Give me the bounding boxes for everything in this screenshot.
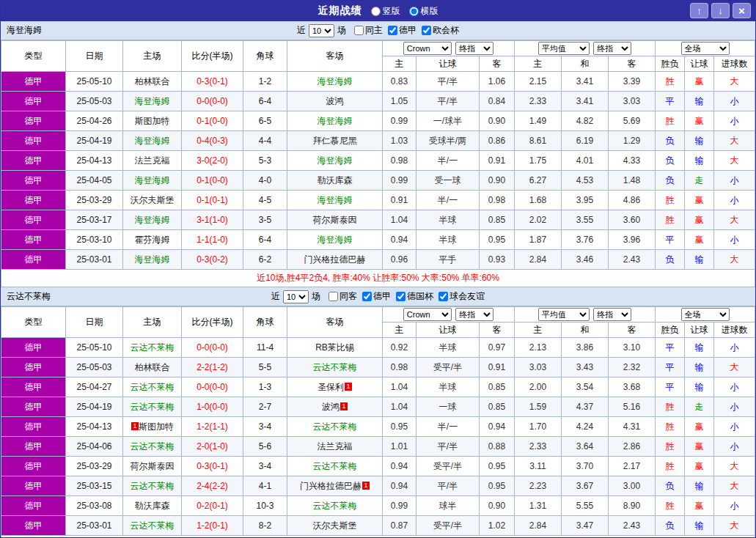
team-name-link[interactable]: 圣保利 — [318, 382, 344, 392]
checkbox-input[interactable] — [362, 292, 372, 301]
away-team-cell[interactable]: 法兰克福 — [287, 437, 383, 457]
team-name-link[interactable]: 斯图加特 — [139, 421, 174, 432]
away-team-cell[interactable]: 拜仁慕尼黑 — [287, 131, 383, 151]
euro-average-select[interactable]: 平均值 — [538, 308, 590, 321]
team-name-link[interactable]: 法兰克福 — [135, 155, 170, 166]
team-name-link[interactable]: 海登海姆 — [135, 254, 170, 265]
filter-checkbox-球会友谊[interactable]: 球会友谊 — [438, 290, 485, 303]
away-team-cell[interactable]: 门兴格拉德巴赫 — [287, 250, 383, 270]
away-team-cell[interactable]: 波鸿1 — [287, 397, 383, 417]
team-name-link[interactable]: 云达不莱梅 — [313, 421, 357, 432]
score-cell[interactable]: 2-2(1-2) — [182, 358, 243, 377]
layout-option-horizontal[interactable]: 横版 — [409, 5, 438, 18]
home-team-cell[interactable]: 云达不莱梅 — [123, 338, 182, 358]
away-team-cell[interactable]: 海登海姆 — [287, 111, 383, 131]
team-name-link[interactable]: 海登海姆 — [318, 155, 353, 166]
team-name-link[interactable]: 沃尔夫斯堡 — [313, 520, 357, 531]
move-down-button[interactable]: ↓ — [711, 3, 730, 18]
score-cell[interactable]: 0-0(0-0) — [182, 338, 243, 358]
home-team-cell[interactable]: 荷尔斯泰因 — [123, 457, 182, 476]
score-cell[interactable]: 3-1(1-0) — [182, 210, 243, 230]
home-team-cell[interactable]: 法兰克福 — [123, 151, 182, 171]
team-name-link[interactable]: 海登海姆 — [135, 175, 170, 185]
away-team-cell[interactable]: 云达不莱梅 — [287, 496, 383, 516]
layout-option-vertical[interactable]: 竖版 — [371, 5, 400, 18]
team-name-link[interactable]: 法兰克福 — [318, 441, 353, 452]
home-team-cell[interactable]: 柏林联合 — [123, 358, 182, 377]
team-name-link[interactable]: 云达不莱梅 — [313, 501, 357, 511]
away-team-cell[interactable]: 云达不莱梅 — [287, 457, 383, 476]
asian-odds-time-select[interactable]: 终指 — [455, 42, 493, 55]
score-cell[interactable]: 0-3(0-2) — [182, 250, 243, 270]
filter-checkbox-德甲[interactable]: 德甲 — [362, 290, 391, 303]
score-cell[interactable]: 1-2(0-1) — [182, 516, 243, 536]
filter-checkbox-欧会杯[interactable]: 欧会杯 — [422, 24, 459, 37]
team-name-link[interactable]: 云达不莱梅 — [313, 362, 357, 372]
euro-odds-time-select[interactable]: 终指 — [593, 308, 631, 321]
team-name-link[interactable]: 荷尔斯泰因 — [313, 215, 357, 225]
team-name-link[interactable]: 柏林联合 — [135, 362, 170, 372]
score-cell[interactable]: 0-3(0-1) — [182, 457, 243, 476]
home-team-cell[interactable]: 斯图加特 — [123, 111, 182, 131]
team-name-link[interactable]: 云达不莱梅 — [313, 461, 357, 471]
filter-checkbox-同客[interactable]: 同客 — [329, 290, 357, 303]
team-name-link[interactable]: 云达不莱梅 — [131, 481, 175, 491]
filter-checkbox-同主[interactable]: 同主 — [354, 24, 383, 37]
team-name-link[interactable]: 门兴格拉德巴赫 — [304, 254, 366, 265]
score-cell[interactable]: 0-0(0-0) — [182, 92, 243, 111]
home-team-cell[interactable]: 1斯图加特 — [123, 417, 182, 437]
home-team-cell[interactable]: 柏林联合 — [123, 72, 182, 92]
away-team-cell[interactable]: 海登海姆 — [287, 191, 383, 210]
horizontal-radio[interactable] — [409, 7, 419, 16]
home-team-cell[interactable]: 海登海姆 — [123, 171, 182, 191]
score-cell[interactable]: 0-0(0-0) — [182, 377, 243, 397]
away-team-cell[interactable]: 波鸿 — [287, 92, 383, 111]
team-name-link[interactable]: 海登海姆 — [135, 96, 170, 106]
away-team-cell[interactable]: RB莱比锡 — [287, 338, 383, 358]
home-team-cell[interactable]: 云达不莱梅 — [123, 377, 182, 397]
asian-odds-time-select[interactable]: 终指 — [455, 308, 493, 321]
bookmaker-select[interactable]: Crown — [403, 308, 452, 321]
score-cell[interactable]: 1-2(1-1) — [182, 417, 243, 437]
home-team-cell[interactable]: 云达不莱梅 — [123, 437, 182, 457]
vertical-radio[interactable] — [371, 7, 381, 16]
filter-checkbox-德国杯[interactable]: 德国杯 — [396, 290, 433, 303]
team-name-link[interactable]: 波鸿 — [326, 96, 344, 106]
home-team-cell[interactable]: 海登海姆 — [123, 92, 182, 111]
away-team-cell[interactable]: 荷尔斯泰因 — [287, 210, 383, 230]
bookmaker-select[interactable]: Crown — [403, 42, 452, 55]
score-cell[interactable]: 2-4(2-2) — [182, 476, 243, 496]
team-name-link[interactable]: 云达不莱梅 — [131, 402, 175, 412]
euro-average-select[interactable]: 平均值 — [538, 42, 590, 55]
team-name-link[interactable]: 霍芬海姆 — [135, 235, 170, 245]
away-team-cell[interactable]: 勒沃库森 — [287, 171, 383, 191]
score-cell[interactable]: 0-1(0-1) — [182, 191, 243, 210]
checkbox-input[interactable] — [354, 26, 364, 35]
home-team-cell[interactable]: 霍芬海姆 — [123, 230, 182, 250]
checkbox-input[interactable] — [388, 26, 397, 35]
close-button[interactable]: × — [733, 3, 751, 18]
home-team-cell[interactable]: 云达不莱梅 — [123, 476, 182, 496]
team-name-link[interactable]: RB莱比锡 — [315, 342, 354, 353]
team-name-link[interactable]: 云达不莱梅 — [131, 342, 175, 353]
euro-odds-time-select[interactable]: 终指 — [593, 42, 631, 55]
score-cell[interactable]: 1-1(1-0) — [182, 230, 243, 250]
team-name-link[interactable]: 柏林联合 — [135, 76, 170, 86]
full-match-select[interactable]: 全场 — [681, 308, 730, 321]
away-team-cell[interactable]: 圣保利1 — [287, 377, 383, 397]
home-team-cell[interactable]: 云达不莱梅 — [123, 516, 182, 536]
team-name-link[interactable]: 门兴格拉德巴赫 — [300, 481, 362, 491]
score-cell[interactable]: 2-0(1-0) — [182, 437, 243, 457]
team-name-link[interactable]: 拜仁慕尼黑 — [313, 136, 357, 146]
team-name-link[interactable]: 海登海姆 — [318, 235, 353, 245]
team-name-link[interactable]: 荷尔斯泰因 — [131, 461, 175, 471]
match-count-select[interactable]: 10 — [283, 290, 309, 303]
checkbox-input[interactable] — [422, 26, 431, 35]
away-team-cell[interactable]: 海登海姆 — [287, 72, 383, 92]
team-name-link[interactable]: 勒沃库森 — [318, 175, 353, 185]
checkbox-input[interactable] — [329, 292, 338, 301]
home-team-cell[interactable]: 海登海姆 — [123, 131, 182, 151]
team-name-link[interactable]: 勒沃库森 — [135, 501, 170, 511]
checkbox-input[interactable] — [396, 292, 405, 301]
away-team-cell[interactable]: 门兴格拉德巴赫1 — [287, 476, 383, 496]
